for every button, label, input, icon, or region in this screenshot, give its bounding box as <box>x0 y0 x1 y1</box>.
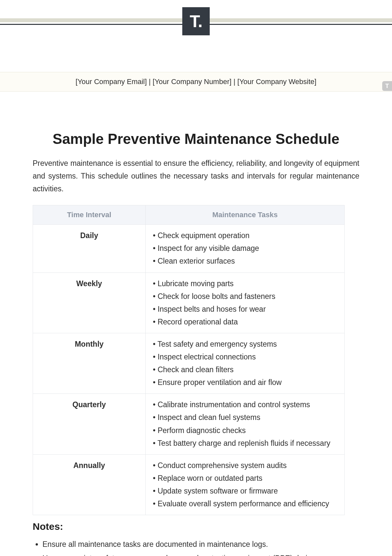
task-item: • Inspect and clean fuel systems <box>153 411 337 424</box>
task-item: • Lubricate moving parts <box>153 277 337 290</box>
logo-badge: T. <box>182 7 210 35</box>
table-row: Annually• Conduct comprehensive system a… <box>33 454 345 515</box>
header-band: T. <box>0 0 392 36</box>
task-item: • Evaluate overall system performance an… <box>153 497 337 510</box>
table-row: Monthly• Test safety and emergency syste… <box>33 333 345 393</box>
interval-cell: Annually <box>33 454 146 515</box>
interval-cell: Quarterly <box>33 394 146 454</box>
table-header-interval: Time Interval <box>33 205 146 225</box>
task-item: • Check and clean filters <box>153 363 337 376</box>
task-item: • Ensure proper ventilation and air flow <box>153 376 337 389</box>
document-content: Sample Preventive Maintenance Schedule P… <box>33 131 359 556</box>
list-item: Use appropriate safety measures and pers… <box>42 552 359 556</box>
table-row: Daily• Check equipment operation• Inspec… <box>33 225 345 272</box>
task-item: • Calibrate instrumentation and control … <box>153 398 337 411</box>
interval-cell: Weekly <box>33 272 146 333</box>
notes-heading: Notes: <box>33 521 359 532</box>
task-item: • Inspect for any visible damage <box>153 242 337 255</box>
task-item: • Record operational data <box>153 316 337 328</box>
notes-list: Ensure all maintenance tasks are documen… <box>33 538 359 556</box>
company-info-bar: [Your Company Email] | [Your Company Num… <box>0 72 392 92</box>
tasks-cell: • Test safety and emergency systems• Ins… <box>146 333 345 393</box>
interval-cell: Daily <box>33 225 146 272</box>
task-item: • Test safety and emergency systems <box>153 338 337 351</box>
table-row: Weekly• Lubricate moving parts• Check fo… <box>33 272 345 333</box>
task-item: • Update system software or firmware <box>153 485 337 497</box>
task-item: • Replace worn or outdated parts <box>153 472 337 485</box>
list-item: Ensure all maintenance tasks are documen… <box>42 538 359 551</box>
table-header-tasks: Maintenance Tasks <box>146 205 345 225</box>
maintenance-table: Time Interval Maintenance Tasks Daily• C… <box>33 205 345 515</box>
task-item: • Clean exterior surfaces <box>153 255 337 268</box>
page-title: Sample Preventive Maintenance Schedule <box>33 131 359 147</box>
task-item: • Inspect belts and hoses for wear <box>153 303 337 316</box>
table-row: Quarterly• Calibrate instrumentation and… <box>33 394 345 454</box>
tasks-cell: • Conduct comprehensive system audits• R… <box>146 454 345 515</box>
task-item: • Perform diagnostic checks <box>153 424 337 437</box>
side-badge-icon: T <box>382 81 392 91</box>
task-item: • Test battery charge and replenish flui… <box>153 437 337 450</box>
interval-cell: Monthly <box>33 333 146 393</box>
tasks-cell: • Check equipment operation• Inspect for… <box>146 225 345 272</box>
task-item: • Inspect electrical connections <box>153 351 337 363</box>
tasks-cell: • Calibrate instrumentation and control … <box>146 394 345 454</box>
task-item: • Conduct comprehensive system audits <box>153 459 337 472</box>
tasks-cell: • Lubricate moving parts• Check for loos… <box>146 272 345 333</box>
task-item: • Check equipment operation <box>153 229 337 242</box>
task-item: • Check for loose bolts and fasteners <box>153 290 337 303</box>
intro-paragraph: Preventive maintenance is essential to e… <box>33 157 359 195</box>
